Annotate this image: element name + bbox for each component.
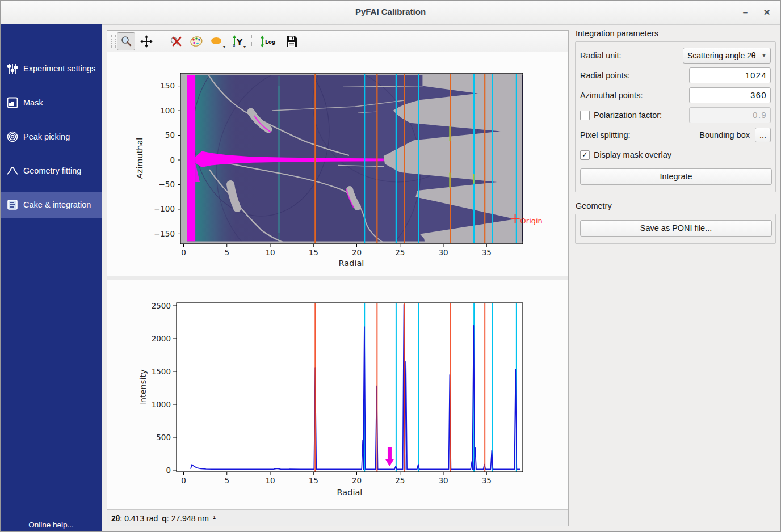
- svg-text:30: 30: [438, 248, 448, 257]
- radial-points-row: Radial points: 1024: [580, 67, 771, 83]
- integrate-button[interactable]: Integrate: [580, 168, 772, 185]
- integration-parameters-title: Integration parameters: [576, 29, 776, 38]
- svg-text:0: 0: [181, 476, 186, 485]
- log-scale-icon: Log: [259, 35, 279, 48]
- save-poni-button[interactable]: Save as PONI file...: [580, 220, 772, 237]
- title-bar: PyFAI Calibration – ✕: [1, 1, 780, 25]
- svg-text:500: 500: [156, 433, 171, 442]
- svg-text:2500: 2500: [152, 301, 171, 310]
- y-axis-orientation-button[interactable]: a Y ▾: [228, 32, 246, 50]
- cake-plot-canvas[interactable]: Azimuthal Radial: [107, 52, 569, 276]
- svg-text:25: 25: [395, 476, 405, 485]
- pan-tool-button[interactable]: [137, 32, 156, 50]
- palette-icon: [190, 35, 203, 48]
- svg-text:10: 10: [265, 476, 275, 485]
- svg-text:−50: −50: [159, 180, 175, 189]
- plot-toolbar: ▾ a Y ▾ Log: [107, 31, 568, 52]
- zoom-tool-button[interactable]: [117, 32, 135, 50]
- clear-zoom-button[interactable]: [167, 32, 185, 50]
- log-scale-button[interactable]: Log: [258, 32, 280, 50]
- svg-text:15: 15: [309, 248, 318, 257]
- target-icon: [6, 130, 19, 143]
- radial-unit-label: Radial unit:: [580, 51, 683, 60]
- radial-unit-select[interactable]: Scattering angle 2θ ▼: [683, 48, 771, 64]
- sidebar-item-geometry-fitting[interactable]: Geometry fitting: [1, 158, 102, 184]
- svg-text:100: 100: [160, 106, 175, 115]
- sidebar-item-peak-picking[interactable]: Peak picking: [1, 124, 102, 150]
- dropdown-caret-icon: ▾: [243, 44, 246, 49]
- window-title: PyFAI Calibration: [1, 7, 780, 16]
- magnifier-cross-icon: [169, 35, 183, 48]
- svg-text:25: 25: [395, 248, 405, 257]
- sidebar-item-cake-integration[interactable]: Cake & integration: [1, 192, 102, 218]
- svg-text:1500: 1500: [152, 367, 171, 376]
- svg-text:Origin: Origin: [520, 217, 543, 225]
- svg-text:Y: Y: [236, 37, 243, 47]
- sidebar-item-label: Cake & integration: [23, 200, 91, 209]
- dropdown-caret-icon: ▾: [223, 44, 225, 49]
- svg-text:5: 5: [224, 476, 229, 485]
- mask-overlay-row: ✓ Display mask overlay: [580, 147, 771, 163]
- peak-curve-icon: [6, 164, 19, 177]
- radial-points-label: Radial points:: [580, 71, 689, 80]
- svg-text:10: 10: [265, 248, 275, 257]
- y-axis-label: Intensity: [138, 369, 148, 406]
- svg-text:50: 50: [165, 130, 175, 140]
- toolbar-grip[interactable]: [111, 35, 116, 48]
- display-mask-overlay-label: Display mask overlay: [594, 150, 771, 159]
- minimize-button[interactable]: –: [737, 5, 753, 20]
- integration-parameters-group: Radial unit: Scattering angle 2θ ▼ Radia…: [575, 41, 776, 192]
- svg-text:0: 0: [170, 155, 175, 164]
- polarization-input[interactable]: 0.9: [689, 107, 771, 123]
- pixel-splitting-more-button[interactable]: ...: [755, 128, 771, 142]
- y-axis-icon: a Y: [230, 35, 244, 48]
- geometry-title: Geometry: [576, 201, 776, 210]
- plot-splitter-handle[interactable]: [107, 276, 568, 280]
- polarization-checkbox[interactable]: [580, 111, 590, 120]
- svg-text:−100: −100: [154, 204, 175, 213]
- svg-text:a: a: [233, 43, 235, 48]
- svg-text:20: 20: [352, 476, 362, 485]
- x-axis-label: Radial: [339, 259, 364, 268]
- magnifier-icon: [120, 35, 132, 48]
- sidebar-item-mask[interactable]: Mask: [1, 90, 102, 116]
- mask-display-button[interactable]: ▾: [208, 32, 226, 50]
- svg-text:2000: 2000: [152, 334, 171, 343]
- status-2theta: 2θ: 0.413 rad: [111, 514, 158, 523]
- svg-text:35: 35: [482, 476, 492, 485]
- svg-text:−150: −150: [154, 229, 175, 238]
- display-mask-overlay-checkbox[interactable]: ✓: [580, 150, 590, 160]
- status-q: q: 27.948 nm⁻¹: [162, 514, 216, 523]
- application-window: PyFAI Calibration – ✕ Experiment setting…: [0, 0, 781, 532]
- online-help-link[interactable]: Online help...: [1, 521, 102, 529]
- radial-points-input[interactable]: 1024: [689, 67, 771, 83]
- integration-plot-canvas[interactable]: Intensity Radial 05101520253035050010001…: [107, 280, 569, 506]
- svg-text:1000: 1000: [152, 400, 171, 409]
- y-axis-label: Azimuthal: [135, 138, 144, 179]
- sidebar: Experiment settings Mask Peak picking Ge…: [1, 24, 102, 532]
- azimuthal-points-input[interactable]: 360: [689, 87, 771, 103]
- svg-text:5: 5: [224, 248, 229, 257]
- azimuthal-points-label: Azimuthal points:: [580, 91, 689, 100]
- svg-text:15: 15: [309, 476, 318, 485]
- x-axis-label: Radial: [337, 488, 363, 497]
- colormap-button[interactable]: [187, 32, 205, 50]
- pixel-splitting-value: Bounding box: [699, 130, 750, 140]
- svg-text:0: 0: [181, 248, 186, 257]
- svg-text:30: 30: [438, 476, 448, 485]
- svg-text:Log: Log: [265, 39, 275, 45]
- sidebar-item-label: Mask: [23, 98, 43, 107]
- close-button[interactable]: ✕: [759, 5, 775, 20]
- right-panel: Integration parameters Radial unit: Scat…: [575, 29, 776, 253]
- radial-unit-row: Radial unit: Scattering angle 2θ ▼: [580, 48, 771, 64]
- sidebar-item-experiment-settings[interactable]: Experiment settings: [1, 56, 102, 82]
- toolbar-separator: [251, 35, 253, 48]
- status-bar: 2θ: 0.413 rad q: 27.948 nm⁻¹: [107, 509, 568, 526]
- azimuthal-points-row: Azimuthal points: 360: [580, 87, 771, 103]
- polarization-row: Polarization factor: 0.9: [580, 107, 771, 123]
- svg-text:150: 150: [160, 81, 175, 90]
- save-figure-button[interactable]: [283, 32, 301, 50]
- svg-text:0: 0: [166, 466, 171, 475]
- pixel-splitting-row: Pixel splitting: Bounding box ...: [580, 127, 771, 143]
- polarization-label: Polarization factor:: [594, 111, 689, 120]
